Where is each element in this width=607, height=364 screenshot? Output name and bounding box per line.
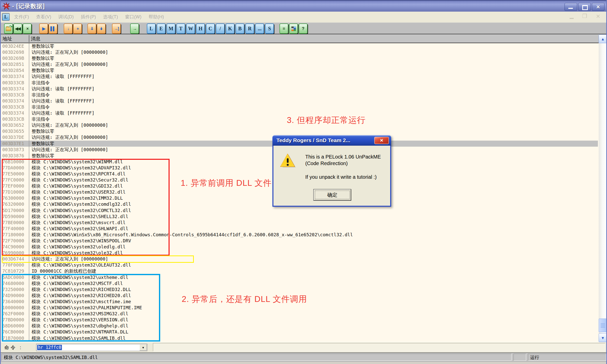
column-header-message[interactable]: 消息 (31, 36, 40, 42)
log-row-message: 访问违规: 正在写入到 [00000000] (29, 122, 108, 128)
log-row[interactable]: 003D3374访问违规: 读取 [FFFFFFFF] (1, 73, 598, 80)
log-row[interactable]: 7C810729ID 000001CC 的新线程已创建 (1, 268, 598, 274)
toolbar-window-button-source[interactable]: S (265, 23, 274, 34)
animate-over-icon: ↡ (100, 26, 103, 31)
annotation-box-red (2, 159, 170, 256)
minimize-button[interactable] (565, 3, 577, 11)
toolbar-window-button-memory[interactable]: M (167, 23, 175, 34)
menu-item-window[interactable]: 窗口(W) (124, 13, 143, 20)
appearance-grid-icon (291, 27, 296, 31)
command-bar: 命令 : hr 12ffc0 ▼ (1, 342, 606, 353)
status-module-text: 模块 C:\WINDOWS\system32\SAMLIB.dll (4, 354, 98, 360)
menu-item-options[interactable]: 选项(T) (102, 13, 120, 20)
toolbar-window-button-handles[interactable]: H (196, 23, 205, 34)
pause-button[interactable]: ▌▌ (49, 23, 57, 34)
log-row-address: 003D33CB (1, 116, 29, 122)
options-list-button[interactable]: ≡ (279, 23, 288, 34)
animate-into-button[interactable]: ⇓ (87, 23, 96, 34)
pause-icon: ▌▌ (51, 26, 55, 31)
dialog-text-line-2: (Code Redirection) (305, 161, 348, 166)
command-side-panel (153, 343, 605, 351)
log-row-message: 访问违规: 正在写入到 [00000000] (29, 134, 108, 140)
log-row[interactable]: 003D3374访问违规: 读取 [FFFFFFFF] (1, 86, 598, 92)
vertical-scrollbar[interactable]: ▲ ▼ (599, 35, 607, 342)
toolbar-window-button-threads[interactable]: T (176, 23, 185, 34)
log-row[interactable]: 003D2851访问违规: 正在写入到 [00000000] (1, 61, 598, 67)
log-row-address: 003D2854 (1, 67, 29, 73)
command-dropdown-button[interactable]: ▼ (139, 344, 147, 351)
toolbar-window-button-windows[interactable]: W (186, 23, 195, 34)
toolbar-window-button-references[interactable]: R (245, 23, 254, 34)
command-input[interactable]: hr 12ffc0 ▼ (36, 344, 147, 351)
toolbar-window-button-run-trace[interactable]: ... (255, 23, 264, 34)
ok-button[interactable]: 确定 (313, 189, 351, 201)
command-input-value: hr 12ffc0 (37, 345, 62, 350)
log-row-message: 整数除以零 (29, 43, 54, 49)
open-button[interactable] (4, 23, 13, 34)
menu-item-plugins[interactable]: 插件(P) (79, 13, 98, 20)
command-label: 命令 : (4, 344, 23, 351)
log-row[interactable]: 003D24EE整数除以零 (1, 43, 598, 49)
appearance-button[interactable] (289, 23, 298, 34)
log-row-message: 访问违规: 读取 [FFFFFFFF] (29, 98, 95, 104)
close-button[interactable]: × (23, 23, 32, 34)
restart-button[interactable]: ◀◀ (13, 23, 22, 34)
log-row-message: ID 000001CC 的新线程已创建 (29, 268, 96, 274)
log-window-icon[interactable]: L (2, 13, 10, 21)
log-row[interactable]: 003D2854整数除以零 (1, 67, 598, 73)
status-bar: 模块 C:\WINDOWS\system32\SAMLIB.dll 运行 (1, 352, 606, 362)
execute-till-return-button[interactable]: →] (112, 23, 121, 34)
log-row[interactable]: 003D269B整数除以零 (1, 55, 598, 61)
column-header-address[interactable]: 地址 (3, 36, 12, 42)
log-row-message: 非法指令 (29, 92, 50, 98)
help-button[interactable]: ? (299, 23, 308, 34)
scrollbar-thumb[interactable] (599, 319, 607, 332)
menu-item-help[interactable]: 帮助(H) (147, 13, 166, 20)
menu-bar: L 文件(F)查看(V)调试(D)插件(P)选项(T)窗口(W)帮助(H) (1, 12, 606, 22)
toolbar-window-button-breakpoints[interactable]: B (236, 23, 244, 34)
dialog-text-line-1: This is a PELock 1.06 UnPackME (305, 154, 381, 160)
log-row[interactable]: 003D3374访问违规: 读取 [FFFFFFFF] (1, 98, 598, 104)
scroll-down-button[interactable]: ▼ (599, 333, 607, 342)
maximize-button[interactable] (578, 3, 591, 11)
log-row-message: 访问违规: 读取 [FFFFFFFF] (29, 110, 95, 116)
log-row-message: 访问违规: 读取 [FFFFFFFF] (29, 73, 95, 80)
scroll-up-button[interactable]: ▲ (599, 35, 607, 43)
animate-over-button[interactable]: ↡ (97, 23, 106, 34)
close-button[interactable] (592, 3, 604, 11)
menu-item-debug[interactable]: 调试(D) (57, 13, 75, 20)
log-row[interactable]: 003D33CB非法指令 (1, 104, 598, 110)
dialog-close-button[interactable]: ✕ (374, 137, 389, 144)
toolbar-window-button-log[interactable]: L (147, 23, 156, 34)
log-row-address: 003D3873 (1, 147, 29, 153)
log-row[interactable]: 003D3655整数除以零 (1, 128, 598, 134)
menu-item-view[interactable]: 查看(V) (35, 13, 53, 20)
dialog-body: This is a PELock 1.06 UnPackME (Code Red… (272, 146, 391, 207)
log-row-message: 访问违规: 读取 [FFFFFFFF] (29, 86, 95, 92)
dialog-title-bar[interactable]: Teddy Rogers / SnD Team 2... ✕ (272, 135, 391, 146)
run-button[interactable]: ▶ (39, 23, 48, 34)
window-bottom-edge (1, 361, 606, 364)
window-title: - [记录数据] (12, 2, 45, 10)
toolbar-window-button-cpu[interactable]: C (206, 23, 215, 34)
toolbar-window-button-patches[interactable]: / (216, 23, 225, 34)
toolbar-window-button-call-stack[interactable]: K (226, 23, 235, 34)
log-row-message: 访问违规: 正在写入到 [00000000] (29, 49, 108, 55)
log-row[interactable]: 003D2698访问违规: 正在写入到 [00000000] (1, 49, 598, 55)
log-row-address: 003D33CB (1, 104, 29, 110)
log-row-message: 非法指令 (29, 116, 50, 122)
log-row-address: 003D2851 (1, 61, 29, 67)
log-row-message: 模块 C:\WINDOWS\system32\OLEAUT32.dll (29, 262, 131, 268)
step-over-button[interactable]: + (73, 23, 82, 34)
log-row[interactable]: 003D33CB非法指令 (1, 80, 598, 86)
log-row-message: 非法指令 (29, 104, 50, 110)
column-separator[interactable] (29, 35, 29, 42)
log-row[interactable]: 770F0000模块 C:\WINDOWS\system32\OLEAUT32.… (1, 262, 598, 268)
step-into-button[interactable]: ↓ (64, 23, 73, 34)
toolbar-window-button-executables[interactable]: E (157, 23, 166, 34)
log-row-address: 003D24EE (1, 43, 29, 49)
go-to-user-code-button[interactable]: → (130, 23, 139, 34)
toolbar: ◀◀×▶▌▌↓+⇓↡→]→ LEMTWHC/KBR...S ≡ ? (1, 22, 606, 34)
menu-item-file[interactable]: 文件(F) (13, 13, 31, 20)
log-row[interactable]: 003D33CB非法指令 (1, 92, 598, 98)
